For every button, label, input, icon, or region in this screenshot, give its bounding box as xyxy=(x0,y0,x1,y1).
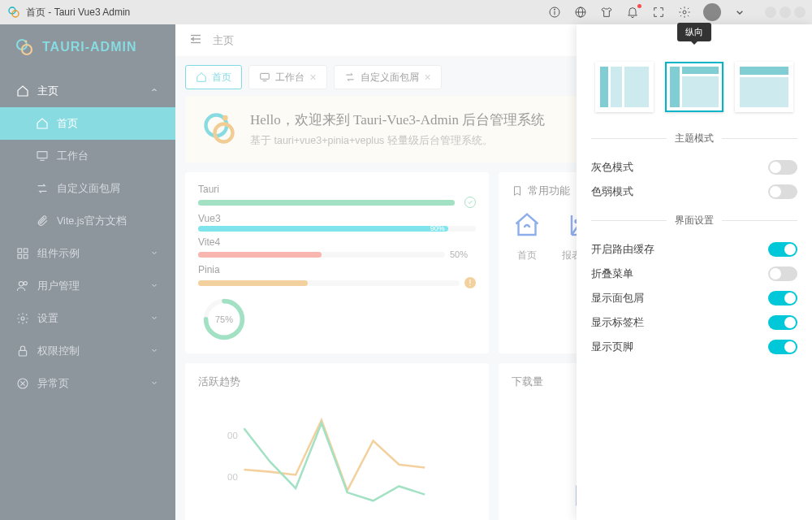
switch-toggle[interactable] xyxy=(768,291,797,306)
setting-label: 折叠菜单 xyxy=(591,267,633,281)
chevron-down-icon[interactable] xyxy=(732,5,747,20)
setting-label: 显示页脚 xyxy=(591,340,633,354)
expand-icon[interactable] xyxy=(651,5,666,20)
setting-label: 显示标签栏 xyxy=(591,316,644,330)
switch-toggle[interactable] xyxy=(768,242,797,257)
globe-icon[interactable] xyxy=(573,5,588,20)
section-ui: 界面设置 xyxy=(591,214,797,228)
titlebar: 首页 - Tauri Vue3 Admin xyxy=(0,0,812,24)
window-controls[interactable] xyxy=(765,6,806,18)
switch-toggle[interactable] xyxy=(768,266,797,281)
info-icon[interactable] xyxy=(547,5,562,20)
bell-icon[interactable] xyxy=(625,5,640,20)
layout-opt-3[interactable] xyxy=(735,62,793,112)
switch-toggle[interactable] xyxy=(768,160,797,175)
section-theme: 主题模式 xyxy=(591,132,797,145)
setting-row: 显示页脚 xyxy=(591,335,797,359)
setting-label: 开启路由缓存 xyxy=(591,243,654,257)
layout-opt-1[interactable] xyxy=(595,62,654,112)
svg-point-8 xyxy=(683,11,686,14)
svg-point-4 xyxy=(554,9,555,10)
setting-row: 显示面包屑 xyxy=(591,286,797,310)
setting-label: 色弱模式 xyxy=(591,185,633,199)
setting-row: 显示标签栏 xyxy=(591,310,797,335)
setting-row: 灰色模式 xyxy=(591,155,797,180)
app-icon xyxy=(6,5,21,20)
switch-toggle[interactable] xyxy=(768,184,797,199)
setting-row: 折叠菜单 xyxy=(591,262,797,286)
avatar[interactable] xyxy=(703,3,721,21)
layout-opt-2[interactable] xyxy=(665,62,723,112)
settings-drawer: 主题模式 灰色模式色弱模式 界面设置 开启路由缓存折叠菜单显示面包屑显示标签栏显… xyxy=(577,24,812,520)
setting-row: 色弱模式 xyxy=(591,180,797,204)
switch-toggle[interactable] xyxy=(768,340,797,354)
switch-toggle[interactable] xyxy=(768,315,797,330)
setting-row: 开启路由缓存 xyxy=(591,237,797,262)
setting-label: 显示面包屑 xyxy=(591,292,644,306)
shirt-icon[interactable] xyxy=(599,5,614,20)
window-title: 首页 - Tauri Vue3 Admin xyxy=(26,6,130,20)
setting-label: 灰色模式 xyxy=(591,161,633,175)
layout-tooltip: 纵向 xyxy=(677,23,711,41)
gear-icon[interactable] xyxy=(677,5,692,20)
